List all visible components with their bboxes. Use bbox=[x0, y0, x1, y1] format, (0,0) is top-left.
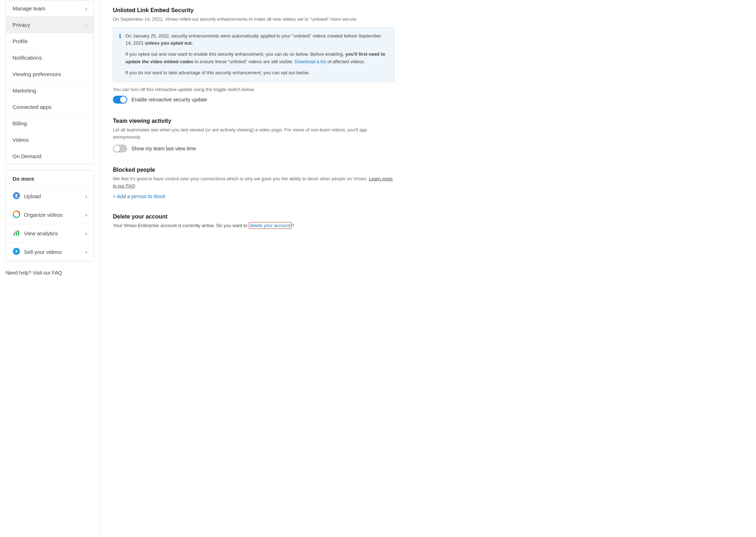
sidebar: Manage team › Privacy › Profile Notifica… bbox=[0, 0, 100, 537]
sidebar-item-label: Billing bbox=[13, 120, 27, 126]
main-content: Unlisted Link Embed Security On Septembe… bbox=[100, 0, 407, 537]
retroactive-note: You can turn off this retroactive update… bbox=[113, 87, 394, 92]
sell-icon bbox=[13, 247, 20, 256]
unlisted-embed-section: Unlisted Link Embed Security On Septembe… bbox=[113, 7, 394, 104]
chevron-right-icon: › bbox=[85, 249, 87, 255]
info-icon: ℹ bbox=[119, 33, 121, 77]
team-viewing-title: Team viewing activity bbox=[113, 118, 394, 124]
sidebar-item-profile[interactable]: Profile bbox=[6, 33, 94, 50]
do-more-item-label: Organize videos bbox=[24, 212, 63, 218]
toggle-thumb bbox=[114, 145, 120, 152]
sidebar-nav: Manage team › Privacy › Profile Notifica… bbox=[6, 0, 94, 165]
svg-rect-3 bbox=[14, 234, 15, 236]
blocked-desc-period: . bbox=[135, 183, 136, 189]
toggle-thumb bbox=[120, 96, 126, 103]
chevron-right-icon: › bbox=[85, 193, 87, 199]
sidebar-item-videos[interactable]: Videos bbox=[6, 132, 94, 148]
do-more-section: Do more Upload › bbox=[6, 170, 94, 261]
sidebar-item-on-demand[interactable]: On Demand bbox=[6, 148, 94, 164]
toggle-track[interactable] bbox=[113, 96, 127, 104]
chevron-right-icon: › bbox=[86, 22, 87, 27]
info-box: ℹ On January 25, 2022, security enhancem… bbox=[113, 27, 394, 82]
team-viewing-toggle[interactable] bbox=[113, 145, 127, 152]
sidebar-item-label: Privacy bbox=[13, 22, 30, 28]
sidebar-item-billing[interactable]: Billing bbox=[6, 115, 94, 132]
analytics-icon bbox=[13, 229, 20, 238]
unlisted-embed-title: Unlisted Link Embed Security bbox=[113, 7, 394, 14]
svg-point-6 bbox=[14, 233, 15, 234]
sidebar-item-viewing-preferences[interactable]: Viewing preferences bbox=[6, 66, 94, 82]
sidebar-item-label: Videos bbox=[13, 137, 29, 143]
svg-point-7 bbox=[16, 231, 17, 232]
blocked-desc-text: We feel it's good to have control over y… bbox=[113, 176, 369, 181]
delete-account-section: Delete your account Your Vimeo Enterpris… bbox=[113, 214, 394, 229]
sidebar-item-manage-team[interactable]: Manage team › bbox=[6, 0, 94, 17]
do-more-title: Do more bbox=[6, 171, 94, 187]
info-para1-bold: unless you opted out. bbox=[145, 40, 193, 46]
do-more-item-label: View analytics bbox=[24, 230, 58, 236]
svg-point-8 bbox=[18, 230, 19, 231]
do-more-item-view-analytics[interactable]: View analytics › bbox=[6, 224, 94, 243]
add-person-link[interactable]: + Add a person to block bbox=[113, 194, 165, 199]
chevron-right-icon: › bbox=[85, 5, 87, 11]
do-more-item-label: Sell your videos bbox=[24, 249, 62, 255]
blocked-people-desc: We feel it's good to have control over y… bbox=[113, 175, 394, 189]
delete-account-desc: Your Vimeo Enterprise account is current… bbox=[113, 222, 394, 229]
team-viewing-section: Team viewing activity Let all teammates … bbox=[113, 118, 394, 152]
sidebar-item-marketing[interactable]: Marketing bbox=[6, 82, 94, 99]
blocked-people-section: Blocked people We feel it's good to have… bbox=[113, 167, 394, 199]
sidebar-item-privacy[interactable]: Privacy › bbox=[6, 17, 94, 33]
info-text: On January 25, 2022, security enhancemen… bbox=[125, 32, 388, 77]
svg-rect-5 bbox=[18, 231, 19, 236]
delete-account-link[interactable]: delete your account bbox=[249, 222, 291, 229]
unlisted-embed-desc: On September 14, 2021, Vimeo rolled out … bbox=[113, 16, 394, 23]
team-viewing-toggle-row: Show my team last view time bbox=[113, 145, 394, 152]
sidebar-item-label: Profile bbox=[13, 38, 28, 44]
organize-icon bbox=[13, 210, 20, 219]
info-para2-pre: If you opted out and now want to enable … bbox=[125, 51, 345, 57]
blocked-people-title: Blocked people bbox=[113, 167, 394, 173]
team-viewing-desc: Let all teammates see when you last view… bbox=[113, 126, 394, 140]
sidebar-item-notifications[interactable]: Notifications bbox=[6, 50, 94, 66]
sidebar-item-label: Manage team bbox=[13, 5, 45, 11]
sidebar-item-label: Connected apps bbox=[13, 104, 51, 110]
toggle-track[interactable] bbox=[113, 145, 127, 152]
faq-text: Need help? Visit our FAQ bbox=[0, 267, 100, 278]
svg-rect-4 bbox=[16, 232, 17, 236]
sidebar-item-label: On Demand bbox=[13, 153, 41, 159]
delete-desc-pre: Your Vimeo Enterprise account is current… bbox=[113, 223, 249, 228]
delete-desc-post: ? bbox=[292, 223, 294, 228]
do-more-item-organize-videos[interactable]: Organize videos › bbox=[6, 206, 94, 224]
delete-account-title: Delete your account bbox=[113, 214, 394, 220]
sidebar-item-connected-apps[interactable]: Connected apps bbox=[6, 99, 94, 115]
do-more-item-upload[interactable]: Upload › bbox=[6, 187, 94, 206]
info-para2-end: of affected videos. bbox=[326, 59, 365, 64]
upload-icon bbox=[13, 192, 20, 201]
info-para3: If you do not want to take advantage of … bbox=[125, 70, 309, 75]
info-para2-post: to ensure these "unlisted" videos are st… bbox=[193, 59, 295, 64]
chevron-right-icon: › bbox=[85, 230, 87, 236]
team-viewing-toggle-label: Show my team last view time bbox=[131, 146, 196, 151]
do-more-item-label: Upload bbox=[24, 193, 41, 199]
sidebar-item-label: Marketing bbox=[13, 87, 36, 94]
retroactive-toggle-label: Enable retroactive security update bbox=[131, 97, 207, 102]
retroactive-toggle-row: Enable retroactive security update bbox=[113, 96, 394, 104]
sidebar-item-label: Notifications bbox=[13, 55, 42, 61]
download-list-link[interactable]: Download a list bbox=[295, 59, 326, 64]
sidebar-item-label: Viewing preferences bbox=[13, 71, 61, 77]
do-more-item-sell-videos[interactable]: Sell your videos › bbox=[6, 243, 94, 261]
retroactive-toggle[interactable] bbox=[113, 96, 127, 104]
chevron-right-icon: › bbox=[85, 212, 87, 218]
